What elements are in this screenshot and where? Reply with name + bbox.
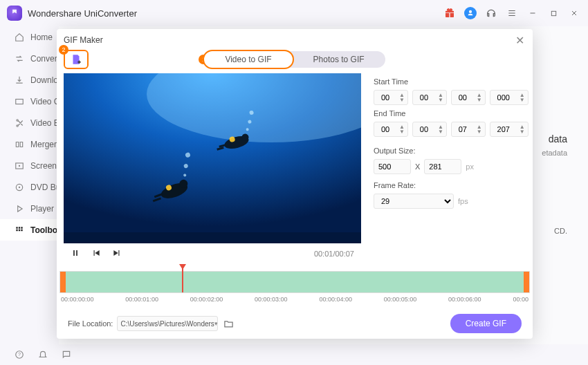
start-hours-input[interactable]: [374, 93, 396, 102]
output-width-input[interactable]: [374, 159, 411, 174]
sidebar-item-label: Player: [30, 204, 54, 214]
sidebar-item-converter[interactable]: Converter: [0, 48, 59, 69]
start-minutes-input[interactable]: [413, 93, 435, 102]
help-icon[interactable]: ?: [14, 349, 25, 360]
sidebar-item-editor[interactable]: Video Editor: [0, 112, 59, 133]
start-ms-input[interactable]: [490, 93, 517, 102]
stepper-arrows-icon[interactable]: ▲▼: [474, 93, 485, 102]
sidebar-item-label: Video Compressor: [30, 97, 59, 106]
sidebar-item-compressor[interactable]: Video Compressor: [0, 91, 59, 112]
sidebar-item-label: Home: [30, 32, 53, 42]
mode-tabs: 1 Video to GIF Photos to GIF: [204, 51, 385, 68]
download-icon: [14, 75, 25, 86]
gift-icon[interactable]: [443, 6, 457, 20]
stepper-arrows-icon[interactable]: ▲▼: [435, 93, 446, 102]
px-unit: px: [466, 162, 474, 171]
sidebar-item-recorder[interactable]: Screen Recorder: [0, 155, 59, 176]
merge-icon: [14, 139, 25, 150]
stepper-arrows-icon[interactable]: ▲▼: [517, 93, 528, 102]
svg-rect-1: [16, 99, 24, 104]
playback-controls: 00:01/00:07: [64, 243, 361, 261]
open-folder-icon[interactable]: [222, 317, 235, 330]
prev-icon[interactable]: [91, 248, 101, 260]
user-avatar-icon[interactable]: [463, 6, 477, 20]
end-ms-input[interactable]: [490, 125, 517, 133]
play-icon: [14, 203, 25, 214]
end-minutes[interactable]: ▲▼: [412, 122, 447, 137]
stepper-arrows-icon[interactable]: ▲▼: [435, 124, 446, 134]
frame-rate-label: Frame Rate:: [374, 181, 529, 189]
frame-rate-select[interactable]: 29: [374, 194, 454, 209]
sidebar-item-label: Converter: [30, 54, 59, 64]
end-seconds-input[interactable]: [452, 125, 474, 133]
tick-label: 00:00:05:00: [384, 296, 417, 303]
end-hours-input[interactable]: [374, 125, 396, 133]
sidebar: Home Converter Downloader Video Compress…: [0, 26, 59, 344]
end-hours[interactable]: ▲▼: [374, 122, 408, 137]
playhead[interactable]: [182, 265, 183, 292]
timeline-ticks: 00:00:00:00 00:00:01:00 00:00:02:00 00:0…: [59, 296, 530, 303]
svg-point-3: [19, 165, 20, 166]
end-minutes-input[interactable]: [413, 125, 435, 133]
sidebar-item-toolbox[interactable]: Toolbox: [0, 219, 59, 241]
sidebar-item-label: Screen Recorder: [30, 161, 59, 171]
badge-add: 2: [59, 45, 68, 55]
compress-icon: [14, 96, 25, 107]
disc-icon: [14, 182, 25, 193]
timeline[interactable]: 00:00:00:00 00:00:01:00 00:00:02:00 00:0…: [59, 271, 530, 303]
start-ms[interactable]: ▲▼: [490, 90, 529, 105]
home-icon: [14, 32, 25, 43]
tab-photos-to-gif[interactable]: Photos to GIF: [293, 51, 385, 68]
sidebar-item-downloader[interactable]: Downloader: [0, 69, 59, 91]
pause-icon[interactable]: [71, 248, 80, 260]
video-preview[interactable]: [64, 73, 361, 243]
svg-point-5: [19, 186, 20, 187]
start-seconds-input[interactable]: [452, 93, 474, 102]
headset-icon[interactable]: [484, 6, 498, 20]
start-minutes[interactable]: ▲▼: [412, 90, 447, 105]
x-symbol: X: [415, 162, 420, 171]
stepper-arrows-icon[interactable]: ▲▼: [474, 124, 485, 134]
minimize-icon[interactable]: [526, 6, 540, 20]
end-seconds[interactable]: ▲▼: [451, 122, 486, 137]
output-size-label: Output Size:: [374, 147, 529, 155]
grid-icon: [14, 225, 25, 236]
tick-label: 00:00:06:00: [448, 296, 481, 303]
start-hours[interactable]: ▲▼: [374, 90, 408, 105]
convert-icon: [14, 53, 25, 64]
sidebar-item-label: Video Editor: [30, 118, 59, 128]
sidebar-item-dvd[interactable]: DVD Burner: [0, 176, 59, 198]
create-gif-button[interactable]: Create GIF: [450, 314, 522, 333]
file-location-select[interactable]: C:\Users\ws\Pictures\Wonders ▾: [117, 316, 218, 331]
tick-label: 00:00: [513, 296, 529, 303]
stepper-arrows-icon[interactable]: ▲▼: [396, 93, 407, 102]
feedback-icon[interactable]: [61, 349, 72, 360]
add-media-button[interactable]: 2: [64, 50, 89, 69]
panel-close-icon[interactable]: ✕: [514, 32, 526, 48]
stepper-arrows-icon[interactable]: ▲▼: [396, 124, 407, 134]
tab-video-to-gif[interactable]: Video to GIF: [203, 50, 293, 69]
timeline-track[interactable]: [59, 271, 530, 293]
bell-icon[interactable]: [37, 349, 48, 360]
sidebar-item-player[interactable]: Player: [0, 198, 59, 219]
file-location-path: C:\Users\ws\Pictures\Wonders: [120, 320, 214, 328]
next-icon[interactable]: [112, 248, 122, 260]
svg-rect-0: [551, 11, 555, 15]
app-logo: [7, 6, 22, 21]
trim-handle-end[interactable]: [524, 272, 529, 292]
sidebar-item-home[interactable]: Home: [0, 26, 59, 48]
start-seconds[interactable]: ▲▼: [451, 90, 486, 105]
sidebar-item-merger[interactable]: Merger: [0, 133, 59, 155]
file-location-label: File Location:: [68, 319, 113, 328]
close-icon[interactable]: [567, 6, 581, 20]
sidebar-item-label: DVD Burner: [30, 182, 59, 192]
background-note: CD.: [554, 227, 567, 235]
output-height-input[interactable]: [424, 159, 461, 174]
stepper-arrows-icon[interactable]: ▲▼: [517, 124, 528, 134]
end-ms[interactable]: ▲▼: [490, 122, 529, 137]
tick-label: 00:00:02:00: [190, 296, 223, 303]
maximize-icon[interactable]: [546, 6, 560, 20]
titlebar: Wondershare UniConverter: [0, 0, 588, 26]
trim-handle-start[interactable]: [60, 272, 66, 292]
menu-icon[interactable]: [505, 6, 519, 20]
